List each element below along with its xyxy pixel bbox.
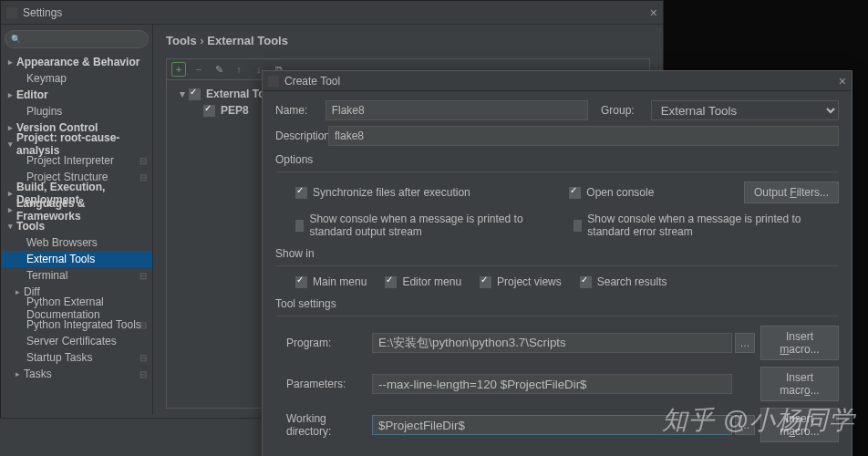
create-tool-dialog: Create Tool × Name: Group: External Tool…: [262, 70, 852, 456]
sidebar-item-appearance[interactable]: ▸Appearance & Behavior: [1, 54, 152, 70]
up-icon[interactable]: ↑: [232, 62, 246, 77]
remove-icon[interactable]: −: [191, 62, 206, 77]
desc-input[interactable]: [328, 126, 839, 146]
params-input[interactable]: [372, 374, 732, 394]
sidebar-item-web-browsers[interactable]: Web Browsers: [1, 234, 152, 251]
program-macro-button[interactable]: Insert macro...: [760, 326, 839, 360]
options-header: Options: [275, 153, 839, 166]
editor-menu-checkbox[interactable]: Editor menu: [385, 275, 461, 288]
sidebar-item-startup[interactable]: Startup Tasks⊟: [1, 349, 152, 366]
sidebar-item-py-ext-doc[interactable]: Python External Documentation: [1, 300, 152, 316]
params-label: Parameters:: [286, 378, 372, 390]
dialog-icon: [268, 76, 279, 87]
sidebar-item-terminal[interactable]: Terminal⊟: [1, 267, 152, 284]
show-in-header: Show in: [275, 247, 839, 260]
show-stdout-checkbox[interactable]: Show console when a message is printed t…: [295, 212, 548, 238]
sidebar-item-editor[interactable]: ▸Editor: [1, 87, 152, 103]
add-icon[interactable]: +: [171, 62, 186, 77]
workdir-input[interactable]: [372, 415, 732, 435]
settings-titlebar: Settings ×: [1, 1, 663, 25]
sidebar-item-keymap[interactable]: Keymap: [1, 70, 152, 87]
search-results-checkbox[interactable]: Search results: [580, 275, 667, 288]
program-browse-button[interactable]: …: [735, 333, 755, 353]
show-stderr-checkbox[interactable]: Show console when a message is printed t…: [574, 212, 821, 238]
name-label: Name:: [275, 104, 326, 117]
dialog-title: Create Tool: [284, 75, 839, 88]
sidebar-item-tools[interactable]: ▾Tools: [1, 218, 152, 234]
program-input[interactable]: [372, 333, 732, 353]
group-select[interactable]: External Tools: [651, 100, 839, 120]
open-console-checkbox[interactable]: Open console: [569, 186, 654, 199]
breadcrumb: Tools › External Tools: [166, 34, 650, 47]
settings-title: Settings: [23, 6, 650, 19]
sidebar-item-plugins[interactable]: Plugins: [1, 103, 152, 119]
sidebar-item-tasks[interactable]: ▸Tasks⊟: [1, 366, 152, 382]
settings-sidebar: ▸Appearance & Behavior Keymap ▸Editor Pl…: [1, 25, 153, 415]
project-views-checkbox[interactable]: Project views: [480, 275, 562, 288]
app-icon: [6, 7, 17, 18]
output-filters-button[interactable]: Output Filters...: [744, 181, 839, 203]
tool-settings-header: Tool settings: [275, 297, 839, 310]
program-label: Program:: [286, 337, 372, 349]
sidebar-item-external-tools[interactable]: External Tools: [1, 251, 152, 267]
edit-icon[interactable]: ✎: [212, 62, 226, 77]
search-input[interactable]: [5, 30, 149, 48]
sidebar-item-certs[interactable]: Server Certificates: [1, 333, 152, 349]
desc-label: Description:: [275, 130, 328, 142]
dialog-close-icon[interactable]: ×: [839, 74, 846, 88]
workdir-macro-button[interactable]: Insert macro...: [760, 408, 839, 442]
workdir-label: Working directory:: [286, 412, 372, 438]
main-menu-checkbox[interactable]: Main menu: [295, 275, 367, 288]
group-label: Group:: [601, 104, 651, 117]
params-macro-button[interactable]: Insert macro...: [760, 367, 839, 401]
sidebar-item-project[interactable]: ▾Project: root-cause-analysis: [1, 136, 152, 152]
sync-checkbox[interactable]: Synchronize files after execution: [295, 186, 470, 199]
sidebar-item-languages[interactable]: ▸Languages & Frameworks: [1, 202, 152, 218]
workdir-browse-button[interactable]: …: [735, 415, 755, 435]
sidebar-item-interpreter[interactable]: Project Interpreter⊟: [1, 152, 152, 169]
sidebar-item-py-int-tools[interactable]: Python Integrated Tools⊟: [1, 316, 152, 333]
close-icon[interactable]: ×: [650, 5, 657, 20]
name-input[interactable]: [326, 100, 588, 120]
